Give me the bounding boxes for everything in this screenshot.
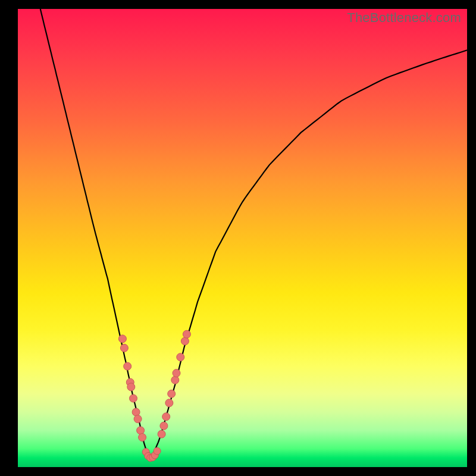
data-point (173, 369, 180, 377)
data-point (160, 422, 168, 430)
data-point (168, 390, 176, 397)
data-point (158, 430, 165, 438)
data-point (124, 362, 131, 370)
watermark-text: TheBottleneck.com (347, 10, 461, 26)
data-point (154, 447, 161, 455)
data-point (132, 408, 140, 416)
chart-svg (18, 9, 467, 467)
bottleneck-curve (40, 9, 467, 458)
data-point (165, 399, 173, 407)
data-point (162, 413, 170, 421)
data-points (118, 330, 190, 461)
data-point (120, 344, 128, 352)
data-point (177, 353, 184, 361)
data-point (127, 383, 135, 391)
data-point (134, 415, 142, 423)
data-point (181, 337, 189, 345)
data-point (183, 330, 190, 338)
data-point (139, 434, 146, 441)
data-point (118, 335, 126, 343)
chart-frame: TheBottleneck.com (18, 9, 467, 467)
data-point (130, 394, 137, 402)
data-point (171, 376, 179, 384)
data-point (137, 427, 145, 434)
